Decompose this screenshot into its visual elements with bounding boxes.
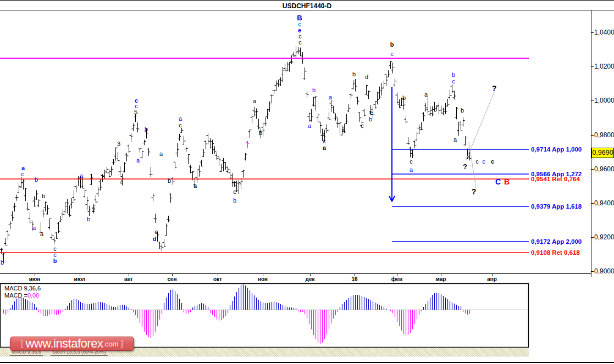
wave-annotation: c	[323, 138, 326, 144]
wave-annotation: a	[159, 151, 163, 157]
wave-annotation: b	[369, 116, 372, 122]
wave-annotation: a	[80, 173, 83, 179]
time-axis-label: июн	[29, 276, 41, 282]
macd-value: 0,00	[27, 292, 39, 299]
wave-annotation: d	[365, 74, 368, 80]
wave-annotation: b	[461, 108, 464, 114]
time-axis-label: дек	[306, 276, 315, 282]
price-chart-plot[interactable]	[0, 1, 614, 364]
price-axis-label: 1,0200	[594, 63, 614, 70]
instaforex-banner[interactable]: [ www.instaforex .com ]	[10, 337, 134, 351]
wave-annotation: b	[87, 216, 90, 222]
wave-annotation: a	[40, 231, 43, 237]
time-axis-label: фев	[391, 276, 402, 282]
time-axis-label: мар	[436, 276, 446, 282]
wave-annotation: a	[329, 94, 332, 100]
wave-annotation: c	[179, 122, 182, 128]
wave-annotation: 4	[120, 180, 123, 186]
price-axis-label: 0,9400	[594, 199, 614, 207]
wave-annotation: c	[154, 229, 158, 235]
wave-annotation: b	[35, 177, 38, 183]
wave-annotation: c	[361, 123, 364, 129]
fib-level-label: 0,9379 App 1,618	[531, 203, 582, 210]
wave-annotation: b	[42, 193, 45, 199]
wave-annotation: a	[410, 167, 413, 173]
macd-value-prefix: MACD =	[4, 292, 27, 299]
wave-annotation: b	[390, 42, 394, 48]
wave-annotation: 5	[134, 109, 137, 115]
time-axis-label: июл	[74, 276, 86, 282]
wave-annotation: c	[410, 159, 413, 165]
time-axis-label: 16	[351, 276, 357, 282]
wave-annotation: b	[53, 258, 57, 264]
price-axis-label: 0,9600	[594, 165, 614, 173]
wave-annotation: b	[1, 260, 4, 266]
question-mark-annotation: ?	[463, 163, 467, 170]
wave-annotation: c	[298, 40, 302, 46]
wave-annotation: a	[323, 145, 326, 151]
fib-level-label: 0,9714 App 1,000	[531, 146, 582, 153]
wave-annotation: c	[233, 189, 236, 195]
banner-site-tld: .com	[103, 340, 118, 348]
wave-annotation: e	[369, 110, 373, 116]
fib-level-label: 0,9541 Ret 0,764	[531, 176, 580, 182]
wave-annotation: C	[495, 178, 501, 186]
wave-annotation: b	[402, 95, 406, 101]
wave-annotation: a	[179, 116, 182, 122]
macd-value-row: MACD =0,00	[4, 292, 39, 299]
wave-annotation: a	[136, 158, 140, 164]
banner-bracket-left: [	[21, 338, 24, 349]
wave-annotation: a	[193, 183, 197, 189]
wave-annotation: 2	[92, 207, 95, 213]
wave-annotation: a	[308, 123, 311, 129]
banner-site-name: www.instaforex	[25, 337, 103, 351]
price-axis-label: 0,9000	[594, 267, 614, 275]
wave-annotation: a	[424, 92, 428, 98]
wave-annotation: b	[233, 198, 236, 204]
wave-annotation: 3	[117, 141, 120, 147]
question-mark-annotation: ?	[492, 85, 497, 92]
wave-annotation: 1	[90, 173, 93, 180]
question-mark-annotation: ?	[472, 188, 477, 195]
wave-annotation: c	[475, 159, 479, 165]
wave-annotation: a	[453, 137, 457, 143]
wave-annotation: b	[168, 178, 171, 184]
current-price-tag: 0,9690	[591, 148, 614, 158]
fib-level-label: 0,9108 Ret 0,618	[531, 249, 580, 256]
wave-annotation: b	[312, 87, 316, 93]
wave-annotation: B	[504, 178, 510, 186]
fib-level-label: 0,9172 App 2,000	[531, 238, 582, 245]
wave-annotation: b	[145, 126, 148, 132]
wave-annotation: c	[452, 79, 455, 85]
time-axis-label: апр	[487, 276, 497, 282]
wave-annotation: c	[491, 159, 494, 165]
wave-annotation: c	[390, 51, 394, 57]
price-axis-label: 0,9200	[594, 233, 614, 241]
wave-annotation: a	[32, 225, 36, 231]
trading-terminal-window: USDCHF1440-D acbaabccbba12b34cc5baacdbac…	[0, 0, 614, 364]
wave-annotation: c	[482, 159, 485, 165]
price-axis-label: 1,0400	[594, 29, 614, 36]
banner-bracket-right: ]	[121, 338, 124, 349]
window-bottom-divider	[0, 362, 614, 363]
wave-annotation: d	[153, 236, 157, 242]
time-axis-label: сен	[167, 276, 176, 282]
wave-annotation: a	[253, 98, 256, 104]
time-axis-label: ноя	[258, 276, 268, 282]
wave-annotation: b	[452, 72, 455, 78]
wave-annotation: c	[21, 171, 24, 177]
wave-annotation: b	[352, 71, 356, 77]
price-axis-label: 0,9800	[594, 131, 614, 139]
price-axis-label: 1,0000	[594, 97, 614, 104]
time-axis-label: авг	[124, 276, 133, 282]
time-axis-label: окт	[213, 276, 222, 282]
wave-annotation: a	[342, 127, 345, 133]
wave-annotation: b	[259, 130, 262, 136]
macd-indicator-title: MACD 9,36,6	[4, 285, 41, 292]
